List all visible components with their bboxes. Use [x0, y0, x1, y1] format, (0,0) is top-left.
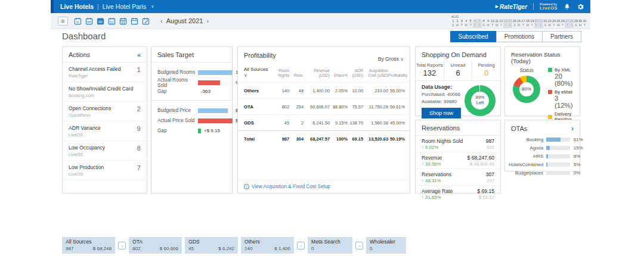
mini-calendar-day[interactable]: 24 T: [552, 19, 556, 28]
mini-calendar-day[interactable]: 27 F: [565, 19, 569, 28]
action-item[interactable]: Low Production LiveOS 7: [63, 161, 147, 180]
mini-calendar-day[interactable]: 3 T: [460, 19, 464, 28]
mini-calendar-day[interactable]: 25 W: [556, 19, 561, 28]
mini-calendar-day[interactable]: 15 S: [512, 19, 516, 28]
page-head: Dashboard SubscribedPromotionsPartners: [62, 31, 581, 42]
mini-calendar-date: 29: [574, 19, 578, 23]
mini-calendar-weekday: T: [583, 23, 587, 27]
info-icon: i: [244, 184, 249, 189]
mini-calendar-weekday: T: [561, 23, 565, 27]
source-card[interactable]: Meta Search 0: [308, 237, 352, 254]
calendar-month-icon[interactable]: [119, 17, 127, 25]
source-card[interactable]: Wholesaler 0: [366, 237, 406, 254]
property-dropdown-icon[interactable]: ∨: [151, 4, 154, 9]
mini-calendar-day[interactable]: 6 F: [473, 19, 477, 28]
menu-icon[interactable]: ≡: [58, 17, 68, 26]
ota-bar: [546, 146, 550, 150]
brand-name: Live Hotels: [60, 3, 94, 10]
mini-calendar-date: 25: [556, 19, 561, 23]
legend-label: By eMail: [555, 89, 572, 95]
source-filter-dropdown[interactable]: All Sources ∨: [244, 67, 271, 78]
mini-calendar-day[interactable]: 30 M: [578, 19, 582, 28]
property-selector[interactable]: Live Hotel Paris: [103, 3, 147, 10]
sales-target-bar-track: [198, 129, 201, 133]
prev-month-icon[interactable]: ‹: [157, 17, 166, 24]
mini-calendar-weekday: M: [516, 23, 521, 27]
shop-now-button[interactable]: Shop now: [422, 108, 461, 118]
mini-calendar-day[interactable]: 18 W: [525, 19, 530, 28]
action-item[interactable]: ADR Variance LiveOS 9: [63, 121, 147, 141]
view-tab[interactable]: Promotions: [496, 31, 543, 42]
mini-calendar-day[interactable]: 17 T: [521, 19, 525, 28]
expand-icon[interactable]: →: [355, 242, 363, 249]
mini-calendar-day[interactable]: 7 S: [477, 19, 481, 28]
sales-target-bar: [198, 70, 233, 75]
mini-calendar-day[interactable]: 29 S: [574, 19, 578, 28]
view-tab[interactable]: Partners: [542, 31, 581, 42]
mini-calendar-day[interactable]: 20 F: [534, 19, 538, 28]
otas-next-icon[interactable]: ›: [571, 124, 574, 133]
mini-calendar-day[interactable]: 9 M: [486, 19, 490, 28]
usage-donut: 99% Left: [465, 85, 496, 116]
mini-calendar-day[interactable]: 31 T: [583, 19, 587, 28]
mini-calendar-day[interactable]: 4 W: [464, 19, 468, 28]
calendar-year-icon[interactable]: [131, 17, 138, 25]
mini-calendar-day[interactable]: 11 W: [495, 19, 499, 28]
action-item[interactable]: No Show/Invalid Credit Card Booking.com: [63, 82, 147, 102]
gear-icon[interactable]: [577, 3, 584, 11]
by-gross-dropdown[interactable]: By Gross ∨: [378, 56, 404, 62]
calendar-edit-icon[interactable]: [142, 17, 150, 25]
source-card[interactable]: GDS 45 $ 6,242: [185, 237, 238, 254]
mini-calendar-day[interactable]: 1 S: [451, 19, 455, 28]
mini-calendar-day[interactable]: 5 T: [468, 19, 472, 28]
mini-calendar-day[interactable]: 26 T: [561, 19, 565, 28]
reservation-status-title: Reservation Status (Today): [511, 51, 574, 64]
expand-icon[interactable]: →: [118, 242, 126, 249]
action-item[interactable]: Low Occupancy LiveOS 8: [63, 141, 147, 161]
action-source: LiveOS: [69, 171, 104, 177]
calendar-day-icon[interactable]: [74, 17, 82, 25]
view-tab[interactable]: Subscribed: [450, 31, 497, 42]
ota-label: HRS: [509, 154, 543, 159]
source-card-amount: $ 60,606: [160, 246, 178, 251]
expand-icon[interactable]: →: [297, 242, 305, 249]
mini-calendar-day[interactable]: 12 T: [499, 19, 503, 28]
acquisition-setup-link[interactable]: i View Acquisition & Fixed Cost Setup: [238, 180, 410, 193]
mini-calendar-day[interactable]: 13 F: [503, 19, 507, 28]
mini-calendar-weekday: S: [477, 23, 481, 27]
mini-calendar-day[interactable]: 21 S: [538, 19, 543, 28]
row-source: Others: [244, 88, 271, 93]
calendar-2days-icon[interactable]: [85, 17, 93, 25]
action-item[interactable]: Open Connections GuestRevu 2: [63, 102, 147, 121]
sales-target-row: Gap +$ 9.15: [151, 126, 232, 136]
mini-calendar-date: 20: [534, 19, 538, 23]
mini-calendar-day[interactable]: 22 S: [543, 19, 547, 28]
mini-calendar-date: 23: [547, 19, 552, 23]
bell-icon[interactable]: [564, 3, 571, 10]
action-item[interactable]: Channel Access Failed RateTiger 1: [63, 63, 147, 82]
source-card[interactable]: OTA 802 $ 60,606: [129, 237, 182, 254]
row-cell: 1,560.38: [363, 120, 388, 126]
shopping-stat-value: 0: [472, 68, 500, 77]
calendar-week-icon[interactable]: [97, 17, 104, 25]
mini-calendar-day[interactable]: 16 M: [516, 19, 521, 28]
collapse-panel-icon[interactable]: «: [137, 51, 141, 58]
mini-calendar-day[interactable]: 14 S: [508, 19, 512, 28]
source-card[interactable]: Others 140 $ 1,400: [241, 237, 294, 254]
next-month-icon[interactable]: ›: [203, 17, 212, 24]
mini-calendar-date: 31: [583, 19, 587, 23]
mini-calendar-day[interactable]: 8 S: [482, 19, 486, 28]
column-header: Acquisition Cost (USD): [363, 68, 388, 78]
mini-calendar-day[interactable]: 2 M: [455, 19, 459, 28]
source-card-amount: $ 68,248: [93, 246, 112, 251]
mini-calendar-day[interactable]: 10 T: [490, 19, 494, 28]
mini-calendar-day[interactable]: 28 S: [569, 19, 574, 28]
mini-calendar-day[interactable]: 23 M: [547, 19, 552, 28]
purchased-value: Purchased: 40066: [422, 92, 461, 97]
mini-calendar-day[interactable]: 19 T: [530, 19, 534, 28]
action-label: Low Occupancy: [69, 145, 105, 151]
calendar-2weeks-icon[interactable]: [108, 17, 116, 25]
source-card[interactable]: All Sources 987 $ 68,248: [62, 237, 115, 254]
status-donut-center: 80%: [522, 86, 531, 92]
row-cell: 10.00: [348, 88, 363, 93]
